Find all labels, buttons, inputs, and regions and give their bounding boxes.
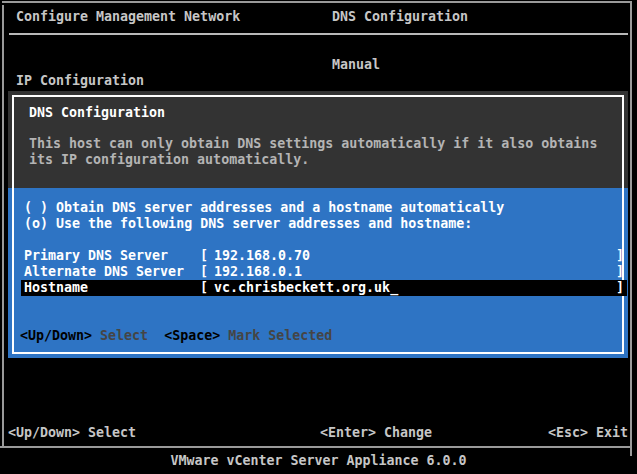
radio-spacer [48,216,56,231]
radio-obtain-automatically[interactable]: ( ) Obtain DNS server addresses and a ho… [24,200,504,216]
dns-configuration-dialog: DNS Configuration This host can only obt… [8,91,628,358]
space-key-hint: <Space> [164,328,220,343]
dcui-screen: Configure Management Network DNS Configu… [0,0,637,474]
frame-right-line [630,3,632,456]
frame-bottom-line [0,446,630,448]
bracket-open: [ [200,248,208,264]
hostname-input[interactable]: vc.chrisbeckett.org.uk_ [214,280,398,296]
bracket-open: [ [200,280,208,296]
menu-item-ip-configuration[interactable]: IP Configuration [16,73,144,89]
updown-key-hint: <Up/Down> [20,328,92,343]
bracket-close: ] [616,280,624,296]
header-right-title: DNS Configuration [332,9,468,25]
select-hint-label: Select [100,328,148,343]
esc-key-hint: <Esc> [548,425,588,440]
frame-top-line [2,1,632,3]
enter-key-hint: <Enter> [320,425,376,440]
hostname-value: vc.chrisbeckett.org.uk [214,280,390,295]
footer-hint-esc: <Esc> Exit [548,425,628,441]
spacer [376,425,384,440]
bracket-close: ] [616,248,624,264]
radio-label: Obtain DNS server addresses and a hostna… [56,200,504,215]
radio-label: Use the following DNS server addresses a… [56,216,472,231]
field-row-primary-dns[interactable]: Primary DNS Server [ 192.168.0.70 ] [8,248,628,264]
field-label: Hostname [24,280,88,296]
field-row-alternate-dns[interactable]: Alternate DNS Server [ 192.168.0.1 ] [8,264,628,280]
primary-dns-input[interactable]: 192.168.0.70 [214,248,310,264]
bracket-close: ] [616,264,624,280]
field-label: Alternate DNS Server [24,264,184,280]
bracket-open: [ [200,264,208,280]
dialog-description-line2: its IP configuration automatically. [29,152,309,168]
updown-key-hint: <Up/Down> [8,425,80,440]
dialog-title: DNS Configuration [29,105,165,121]
dns-mode-value: Manual [332,57,380,73]
updown-hint-spacer [92,328,100,343]
exit-label: Exit [596,425,628,440]
header-divider [9,33,628,35]
field-label: Primary DNS Server [24,248,168,264]
radio-use-following[interactable]: (o) Use the following DNS server address… [24,216,472,232]
header-left-title: Configure Management Network [16,9,240,25]
change-label: Change [384,425,432,440]
radio-marker: (o) [24,216,48,231]
footer-hint-updown: <Up/Down> Select [8,425,136,441]
text-cursor: _ [390,280,398,295]
select-label: Select [88,425,136,440]
version-bar: VMware vCenter Server Appliance 6.0.0 [0,453,637,469]
space-hint-spacer [220,328,228,343]
spacer [588,425,596,440]
field-row-hostname[interactable]: Hostname [ vc.chrisbeckett.org.uk_ ] [8,280,628,296]
radio-marker: ( ) [24,200,48,215]
footer-hint-enter: <Enter> Change [320,425,432,441]
alternate-dns-input[interactable]: 192.168.0.1 [214,264,302,280]
dialog-hint-bar: <Up/Down> Select<Space> Mark Selected [20,328,332,344]
spacer [80,425,88,440]
dialog-description-line1: This host can only obtain DNS settings a… [29,136,597,152]
radio-spacer [48,200,56,215]
frame-left-line [2,5,4,447]
mark-selected-hint-label: Mark Selected [228,328,332,343]
